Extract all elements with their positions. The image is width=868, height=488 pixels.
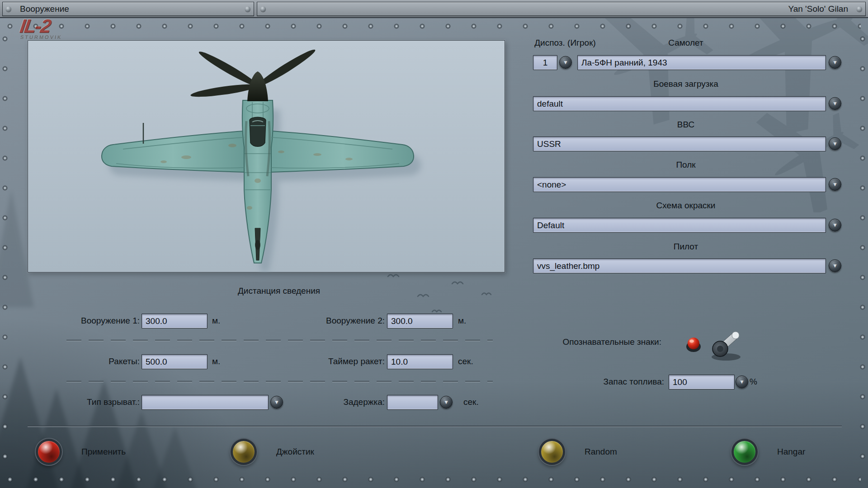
dispos-input[interactable] (533, 55, 557, 70)
screen-title-box: Вооружение (2, 2, 254, 16)
airforce-dropdown-button[interactable] (829, 137, 841, 150)
pilot-label: Пилот (674, 242, 698, 252)
apply-knob-icon (38, 441, 60, 463)
weapon2-input[interactable] (387, 314, 453, 328)
il2-logo-text: IL-2 (19, 15, 65, 37)
rivet-row-bottom (7, 477, 861, 482)
delay-select[interactable] (387, 395, 438, 410)
loadout-dropdown-button[interactable] (829, 97, 841, 110)
rockets-label: Ракеты: (108, 357, 140, 366)
dashed-divider (66, 381, 493, 382)
fuse-type-label: Тип взрыват.: (87, 397, 140, 407)
il2-arming-screen: Вооружение Yan 'Solo' Gilan IL-2 STURMOV… (0, 0, 868, 488)
screw-icon (857, 6, 862, 12)
weapon1-input[interactable] (142, 314, 208, 328)
markings-indicator-lamp (686, 338, 701, 352)
skin-select[interactable] (533, 218, 826, 233)
player-name: Yan 'Solo' Gilan (788, 4, 848, 14)
fuel-unit: % (750, 377, 757, 387)
skin-label: Схема окраски (656, 201, 716, 211)
fuse-type-select[interactable] (142, 395, 269, 410)
screw-icon (245, 6, 250, 12)
delay-label: Задержка: (343, 397, 385, 407)
delay-dropdown-button[interactable] (440, 396, 453, 408)
loadout-label: Боевая загрузка (653, 79, 718, 89)
weapon2-label: Вооружение 2: (326, 316, 385, 326)
aircraft-top-view (28, 41, 505, 273)
rocket-timer-label: Таймер ракет: (328, 357, 385, 366)
fuel-input[interactable] (669, 375, 735, 389)
titlebar: Вооружение Yan 'Solo' Gilan (0, 0, 868, 18)
hangar-button-label: Hangar (777, 447, 805, 457)
convergence-title: Дистанция сведения (238, 286, 320, 296)
rivet-row-top (7, 23, 861, 29)
joystick-knob-icon (233, 441, 255, 463)
hangar-knob-icon (734, 441, 755, 463)
fuel-dropdown-button[interactable] (736, 375, 748, 388)
aircraft-preview (28, 40, 505, 272)
pilot-dropdown-button[interactable] (829, 259, 841, 272)
rocket-timer-unit: сек. (458, 357, 473, 366)
apply-button[interactable]: Применить (38, 441, 126, 463)
rivet-column-left (2, 36, 8, 472)
rocket-timer-input[interactable] (387, 354, 453, 369)
dispos-label: Диспоз. (Игрок) (534, 38, 596, 48)
il2-logo-subtext: STURMOVIK (18, 34, 62, 40)
regiment-label: Полк (676, 160, 695, 170)
tree-silhouette (0, 357, 63, 488)
aircraft-dropdown-button[interactable] (829, 56, 841, 69)
player-name-box: Yan 'Solo' Gilan (257, 2, 866, 16)
tree-silhouette (151, 427, 198, 488)
loadout-select[interactable] (533, 96, 826, 111)
dashed-divider (66, 340, 493, 341)
screen-title: Вооружение (20, 4, 69, 14)
fuse-type-dropdown-button[interactable] (270, 396, 283, 408)
skin-dropdown-button[interactable] (829, 219, 841, 231)
apply-button-label: Применить (81, 447, 126, 457)
joystick-button-label: Джойстик (276, 447, 314, 457)
random-button[interactable]: Random (541, 441, 617, 463)
fuel-label: Запас топлива: (604, 377, 664, 387)
airforce-label: ВВС (677, 120, 694, 130)
screw-icon (260, 6, 266, 12)
weapon1-unit: м. (212, 316, 220, 326)
airforce-select[interactable] (533, 136, 826, 151)
rockets-unit: м. (212, 357, 220, 366)
rivet-column-right (860, 36, 865, 472)
rockets-input[interactable] (142, 354, 208, 369)
regiment-dropdown-button[interactable] (829, 178, 841, 191)
dispos-dropdown-button[interactable] (559, 56, 572, 69)
weapon1-label: Вооружение 1: (81, 316, 140, 326)
pilot-select[interactable] (533, 258, 826, 273)
tree-silhouette (25, 389, 88, 488)
screw-icon (6, 6, 11, 12)
hangar-button[interactable]: Hangar (734, 441, 805, 463)
markings-toggle-switch[interactable] (681, 326, 758, 365)
aircraft-label: Самолет (668, 38, 703, 48)
markings-label: Опознавательные знаки: (562, 337, 661, 347)
delay-unit: сек. (463, 397, 479, 407)
il2-logo: IL-2 STURMOVIK (18, 15, 65, 40)
tree-silhouette (68, 380, 140, 488)
bottom-divider (28, 426, 842, 427)
regiment-select[interactable] (533, 177, 826, 192)
weapon2-unit: м. (458, 316, 466, 326)
aircraft-select[interactable] (577, 55, 826, 70)
random-knob-icon (541, 441, 563, 463)
joystick-button[interactable]: Джойстик (233, 441, 314, 463)
random-button-label: Random (585, 447, 617, 457)
markings-switch-lever[interactable] (712, 332, 739, 357)
